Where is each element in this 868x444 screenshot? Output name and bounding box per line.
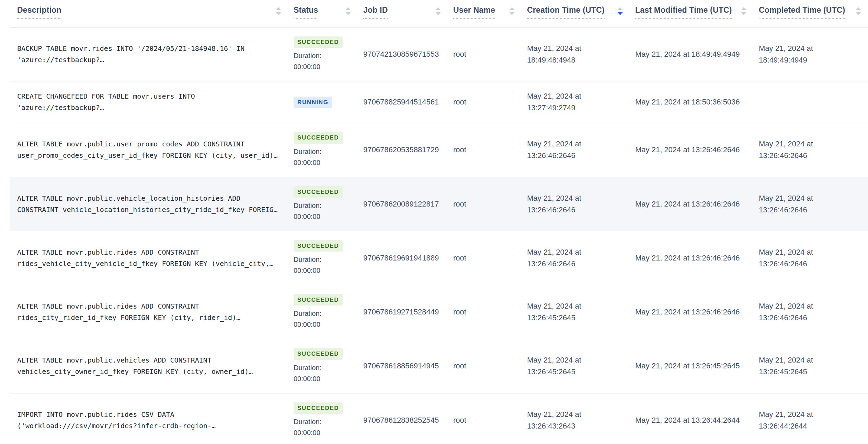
job-status-cell: SUCCEEDED Duration: 00:00:00 bbox=[294, 402, 363, 438]
job-id: 970678618856914945 bbox=[363, 362, 453, 370]
job-completed-time: May 21, 2024 at 13:26:46:2646 bbox=[759, 138, 868, 162]
sort-asc-arrow-icon bbox=[276, 7, 281, 10]
sort-asc-arrow-icon bbox=[345, 7, 351, 10]
job-creation-time: May 21, 2024 at 13:26:45:2645 bbox=[527, 300, 635, 324]
job-user-name: root bbox=[453, 362, 527, 370]
status-badge: RUNNING bbox=[294, 97, 332, 108]
table-row: IMPORT INTO movr.public.rides CSV DATA (… bbox=[10, 393, 868, 444]
table-row: CREATE CHANGEFEED FOR TABLE movr.users I… bbox=[10, 81, 868, 123]
job-status-cell: SUCCEEDED Duration: 00:00:00 bbox=[294, 240, 363, 276]
job-last-modified-time: May 21, 2024 at 13:26:45:2645 bbox=[635, 360, 759, 372]
jobs-table: Description Status Job ID User Name Crea… bbox=[0, 0, 868, 444]
job-id: 970678825944514561 bbox=[363, 98, 453, 107]
job-last-modified-time: May 21, 2024 at 13:26:46:2646 bbox=[635, 198, 759, 210]
status-badge: SUCCEEDED bbox=[294, 36, 343, 48]
column-header-status[interactable]: Status bbox=[294, 5, 363, 19]
jobs-table-header: Description Status Job ID User Name Crea… bbox=[10, 0, 868, 27]
sort-desc-arrow-icon bbox=[617, 12, 623, 15]
job-status-cell: SUCCEEDED Duration: 00:00:00 bbox=[294, 294, 363, 330]
sort-icon[interactable] bbox=[435, 7, 441, 15]
job-status-cell: RUNNING bbox=[294, 97, 363, 108]
job-description[interactable]: ALTER TABLE movr.public.rides ADD CONSTR… bbox=[10, 247, 294, 269]
table-row: ALTER TABLE movr.public.rides ADD CONSTR… bbox=[10, 231, 868, 285]
sort-asc-arrow-icon bbox=[435, 7, 441, 10]
job-duration: Duration: 00:00:00 bbox=[294, 254, 363, 276]
job-last-modified-time: May 21, 2024 at 13:26:46:2646 bbox=[635, 306, 759, 318]
job-last-modified-time: May 21, 2024 at 13:26:44:2644 bbox=[635, 414, 759, 426]
job-duration: Duration: 00:00:00 bbox=[294, 146, 363, 168]
job-description[interactable]: CREATE CHANGEFEED FOR TABLE movr.users I… bbox=[10, 91, 294, 113]
job-creation-time: May 21, 2024 at 13:26:43:2643 bbox=[527, 409, 635, 432]
sort-icon[interactable] bbox=[741, 7, 746, 15]
job-creation-time: May 21, 2024 at 13:26:46:2646 bbox=[527, 192, 635, 216]
sort-icon[interactable] bbox=[345, 7, 351, 15]
job-status-cell: SUCCEEDED Duration: 00:00:00 bbox=[294, 36, 363, 72]
job-description[interactable]: IMPORT INTO movr.public.rides CSV DATA (… bbox=[10, 409, 294, 432]
table-row: ALTER TABLE movr.public.rides ADD CONSTR… bbox=[10, 285, 868, 339]
status-badge: SUCCEEDED bbox=[294, 240, 343, 252]
sort-asc-arrow-icon bbox=[856, 7, 861, 10]
table-row: BACKUP TABLE movr.rides INTO '/2024/05/2… bbox=[10, 27, 868, 81]
column-header-label: User Name bbox=[453, 5, 495, 19]
sort-desc-arrow-icon bbox=[276, 12, 281, 15]
job-completed-time: May 21, 2024 at 13:26:46:2646 bbox=[759, 192, 868, 216]
job-last-modified-time: May 21, 2024 at 18:49:49:4949 bbox=[635, 48, 759, 60]
job-description[interactable]: BACKUP TABLE movr.rides INTO '/2024/05/2… bbox=[10, 43, 294, 66]
column-header-label: Job ID bbox=[363, 5, 388, 19]
sort-icon[interactable] bbox=[276, 7, 281, 15]
jobs-table-body: BACKUP TABLE movr.rides INTO '/2024/05/2… bbox=[10, 27, 868, 444]
job-user-name: root bbox=[453, 50, 527, 59]
job-creation-time: May 21, 2024 at 18:49:48:4948 bbox=[527, 43, 635, 66]
job-description[interactable]: ALTER TABLE movr.public.vehicles ADD CON… bbox=[10, 355, 294, 377]
job-user-name: root bbox=[453, 416, 527, 425]
column-header-label: Completed Time (UTC) bbox=[759, 5, 845, 19]
table-row: ALTER TABLE movr.public.vehicle_location… bbox=[10, 177, 868, 231]
job-id: 970678619691941889 bbox=[363, 254, 453, 263]
job-description[interactable]: ALTER TABLE movr.public.vehicle_location… bbox=[10, 193, 294, 215]
job-id: 970678620089122817 bbox=[363, 200, 453, 209]
column-header-label: Status bbox=[294, 5, 318, 19]
job-user-name: root bbox=[453, 98, 527, 107]
job-user-name: root bbox=[453, 254, 527, 263]
job-completed-time: May 21, 2024 at 18:49:49:4949 bbox=[759, 43, 868, 66]
job-user-name: root bbox=[453, 200, 527, 209]
job-completed-time: May 21, 2024 at 13:26:46:2646 bbox=[759, 300, 868, 324]
job-completed-time: May 21, 2024 at 13:26:46:2646 bbox=[759, 246, 868, 270]
job-duration: Duration: 00:00:00 bbox=[294, 50, 363, 72]
sort-desc-arrow-icon bbox=[509, 12, 515, 15]
job-description[interactable]: ALTER TABLE movr.public.rides ADD CONSTR… bbox=[10, 301, 294, 323]
job-duration: Duration: 00:00:00 bbox=[294, 200, 363, 222]
job-description[interactable]: ALTER TABLE movr.public.user_promo_codes… bbox=[10, 138, 294, 161]
job-completed-time: May 21, 2024 at 13:26:45:2645 bbox=[759, 354, 868, 378]
column-header-user-name[interactable]: User Name bbox=[453, 5, 527, 19]
sort-icon[interactable] bbox=[509, 7, 515, 15]
sort-icon[interactable] bbox=[856, 7, 861, 15]
job-status-cell: SUCCEEDED Duration: 00:00:00 bbox=[294, 132, 363, 168]
status-badge: SUCCEEDED bbox=[294, 348, 343, 359]
sort-desc-arrow-icon bbox=[856, 12, 861, 15]
table-row: ALTER TABLE movr.public.user_promo_codes… bbox=[10, 123, 868, 177]
job-user-name: root bbox=[453, 308, 527, 317]
job-id: 970678612838252545 bbox=[363, 416, 453, 425]
column-header-label: Description bbox=[17, 5, 61, 19]
job-status-cell: SUCCEEDED Duration: 00:00:00 bbox=[294, 186, 363, 222]
job-last-modified-time: May 21, 2024 at 18:50:36:5036 bbox=[635, 96, 759, 108]
sort-desc-arrow-icon bbox=[345, 12, 351, 15]
job-id: 970742130859671553 bbox=[363, 50, 453, 59]
job-id: 970678620535881729 bbox=[363, 145, 453, 154]
table-row: ALTER TABLE movr.public.vehicles ADD CON… bbox=[10, 339, 868, 393]
sort-desc-arrow-icon bbox=[741, 12, 746, 15]
sort-asc-arrow-icon bbox=[617, 7, 623, 10]
sort-desc-arrow-icon bbox=[435, 12, 441, 15]
column-header-completed-time-utc[interactable]: Completed Time (UTC) bbox=[759, 5, 868, 19]
job-creation-time: May 21, 2024 at 13:27:49:2749 bbox=[527, 90, 635, 114]
column-header-job-id[interactable]: Job ID bbox=[363, 5, 453, 19]
column-header-description[interactable]: Description bbox=[10, 5, 294, 19]
column-header-creation-time-utc[interactable]: Creation Time (UTC) bbox=[527, 5, 635, 19]
sort-icon[interactable] bbox=[617, 7, 623, 15]
job-status-cell: SUCCEEDED Duration: 00:00:00 bbox=[294, 348, 363, 384]
job-creation-time: May 21, 2024 at 13:26:45:2645 bbox=[527, 354, 635, 378]
job-last-modified-time: May 21, 2024 at 13:26:46:2646 bbox=[635, 252, 759, 264]
status-badge: SUCCEEDED bbox=[294, 186, 343, 198]
column-header-last-modified-time-utc[interactable]: Last Modified Time (UTC) bbox=[635, 5, 759, 19]
